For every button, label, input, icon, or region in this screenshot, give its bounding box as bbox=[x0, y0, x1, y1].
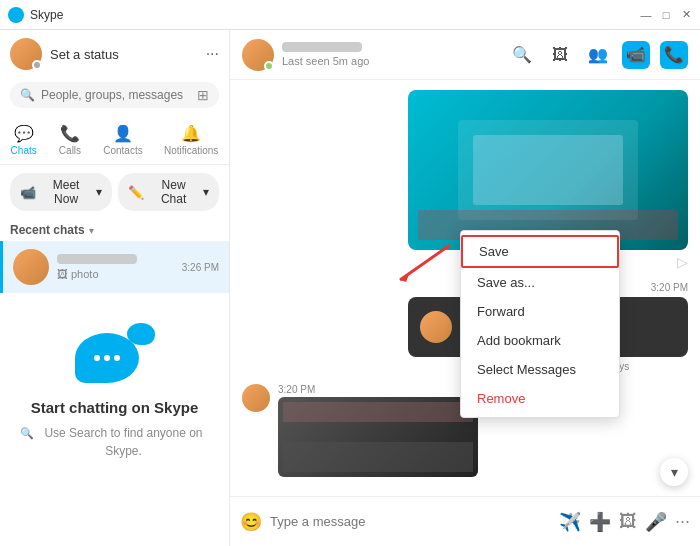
empty-state-title: Start chatting on Skype bbox=[31, 399, 199, 416]
app-icon bbox=[8, 7, 24, 23]
image-icon: 🖼 bbox=[57, 268, 68, 280]
tab-contacts-label: Contacts bbox=[103, 145, 142, 156]
meet-now-chevron: ▾ bbox=[96, 185, 102, 199]
tab-chats-label: Chats bbox=[11, 145, 37, 156]
recording-sender-avatar bbox=[420, 311, 452, 343]
app-title: Skype bbox=[30, 8, 640, 22]
context-menu-select[interactable]: Select Messages bbox=[461, 355, 619, 384]
save-as-label: Save as... bbox=[477, 275, 535, 290]
more-input-button[interactable]: ··· bbox=[675, 511, 690, 532]
video-thumbnail bbox=[408, 90, 688, 250]
video-icon: 📹 bbox=[20, 185, 36, 200]
empty-state: Start chatting on Skype 🔍 Use Search to … bbox=[0, 293, 229, 490]
chats-icon: 💬 bbox=[14, 124, 34, 143]
remove-label: Remove bbox=[477, 391, 525, 406]
context-menu: Save Save as... Forward Add bookmark Sel… bbox=[460, 230, 620, 418]
empty-state-description: 🔍 Use Search to find anyone on Skype. bbox=[20, 424, 209, 460]
empty-search-icon: 🔍 bbox=[20, 425, 34, 442]
new-chat-chevron: ▾ bbox=[203, 185, 209, 199]
search-icon: 🔍 bbox=[20, 88, 35, 102]
recent-chats-title: Recent chats bbox=[10, 223, 85, 237]
chevron-down-icon: ▾ bbox=[671, 464, 678, 480]
user-status-dot bbox=[32, 60, 42, 70]
audio-call-button[interactable]: 📞 bbox=[660, 41, 688, 69]
scroll-down-button[interactable]: ▾ bbox=[660, 458, 688, 486]
maximize-button[interactable]: □ bbox=[660, 9, 672, 21]
gallery-button[interactable]: 🖼 bbox=[546, 41, 574, 69]
chat-item-avatar bbox=[13, 249, 49, 285]
chat-header-info: Last seen 5m ago bbox=[282, 42, 508, 67]
chat-item-name bbox=[57, 254, 137, 264]
edit-icon: ✏️ bbox=[128, 185, 144, 200]
online-status-dot bbox=[264, 61, 274, 71]
chat-preview-text: photo bbox=[71, 268, 99, 280]
video-call-button[interactable]: 📹 bbox=[622, 41, 650, 69]
chat-bubbles-illustration bbox=[75, 323, 155, 383]
calls-icon: 📞 bbox=[60, 124, 80, 143]
action-buttons: 📹 Meet Now ▾ ✏️ New Chat ▾ bbox=[0, 165, 229, 219]
chat-area: Last seen 5m ago 🔍 🖼 👥 📹 📞 bbox=[230, 30, 700, 546]
search-chat-button[interactable]: 🔍 bbox=[508, 41, 536, 69]
incoming-image-thumbnail bbox=[278, 397, 478, 477]
red-arrow-annotation bbox=[380, 240, 460, 293]
bubble-dots bbox=[94, 355, 120, 361]
image-attach-button[interactable]: 🖼 bbox=[619, 511, 637, 532]
message-text-input[interactable] bbox=[270, 514, 551, 529]
minimize-button[interactable]: — bbox=[640, 9, 652, 21]
message-input-bar: 😊 ✈️ ➕ 🖼 🎤 ··· bbox=[230, 496, 700, 546]
context-menu-save[interactable]: Save bbox=[461, 235, 619, 268]
context-menu-save-as[interactable]: Save as... bbox=[461, 268, 619, 297]
chat-header-actions: 🔍 🖼 👥 📹 📞 bbox=[508, 41, 688, 69]
meet-now-label: Meet Now bbox=[40, 178, 92, 206]
close-button[interactable]: ✕ bbox=[680, 9, 692, 21]
chat-header: Last seen 5m ago 🔍 🖼 👥 📹 📞 bbox=[230, 30, 700, 80]
new-chat-button[interactable]: ✏️ New Chat ▾ bbox=[118, 173, 219, 211]
context-menu-remove[interactable]: Remove bbox=[461, 384, 619, 413]
emoji-picker-button[interactable]: 😊 bbox=[240, 511, 262, 533]
search-input[interactable] bbox=[41, 88, 197, 102]
chat-list-item[interactable]: 🖼 photo 3:26 PM bbox=[0, 241, 229, 293]
meet-now-button[interactable]: 📹 Meet Now ▾ bbox=[10, 173, 112, 211]
contacts-icon: 👤 bbox=[113, 124, 133, 143]
tab-calls[interactable]: 📞 Calls bbox=[50, 120, 90, 160]
more-options-button[interactable]: ··· bbox=[206, 45, 219, 63]
tab-chats[interactable]: 💬 Chats bbox=[3, 120, 45, 160]
context-menu-forward[interactable]: Forward bbox=[461, 297, 619, 326]
image-overlay bbox=[283, 402, 473, 422]
set-status-label[interactable]: Set a status bbox=[50, 47, 206, 62]
send-file-button[interactable]: ✈️ bbox=[559, 511, 581, 533]
last-seen-label: Last seen 5m ago bbox=[282, 55, 508, 67]
recent-chats-header[interactable]: Recent chats ▾ bbox=[0, 219, 229, 241]
voice-record-button[interactable]: 🎤 bbox=[645, 511, 667, 533]
avatar[interactable] bbox=[10, 38, 42, 70]
window-controls[interactable]: — □ ✕ bbox=[640, 9, 692, 21]
tab-contacts[interactable]: 👤 Contacts bbox=[95, 120, 150, 160]
sidebar-user-header: Set a status ··· bbox=[0, 30, 229, 78]
input-actions: ✈️ ➕ 🖼 🎤 ··· bbox=[559, 511, 690, 533]
grid-icon[interactable]: ⊞ bbox=[197, 87, 209, 103]
titlebar: Skype — □ ✕ bbox=[0, 0, 700, 30]
tab-calls-label: Calls bbox=[59, 145, 81, 156]
notifications-icon: 🔔 bbox=[181, 124, 201, 143]
tab-notifications[interactable]: 🔔 Notifications bbox=[156, 120, 226, 160]
add-contact-button[interactable]: 👥 bbox=[584, 41, 612, 69]
dot-2 bbox=[104, 355, 110, 361]
sent-icon: ▷ bbox=[677, 254, 688, 270]
save-label: Save bbox=[479, 244, 509, 259]
svg-marker-1 bbox=[400, 272, 410, 282]
select-messages-label: Select Messages bbox=[477, 362, 576, 377]
recent-chats-chevron: ▾ bbox=[89, 225, 94, 236]
sidebar: Set a status ··· 🔍 ⊞ 💬 Chats 📞 Calls 👤 C… bbox=[0, 30, 230, 546]
new-chat-label: New Chat bbox=[148, 178, 199, 206]
add-content-button[interactable]: ➕ bbox=[589, 511, 611, 533]
tab-notifications-label: Notifications bbox=[164, 145, 218, 156]
chat-header-avatar bbox=[242, 39, 274, 71]
add-bookmark-label: Add bookmark bbox=[477, 333, 561, 348]
forward-label: Forward bbox=[477, 304, 525, 319]
search-bar[interactable]: 🔍 ⊞ bbox=[10, 82, 219, 108]
nav-tabs: 💬 Chats 📞 Calls 👤 Contacts 🔔 Notificatio… bbox=[0, 116, 229, 165]
context-menu-bookmark[interactable]: Add bookmark bbox=[461, 326, 619, 355]
incoming-avatar bbox=[242, 384, 270, 412]
dot-1 bbox=[94, 355, 100, 361]
main-layout: Set a status ··· 🔍 ⊞ 💬 Chats 📞 Calls 👤 C… bbox=[0, 30, 700, 546]
